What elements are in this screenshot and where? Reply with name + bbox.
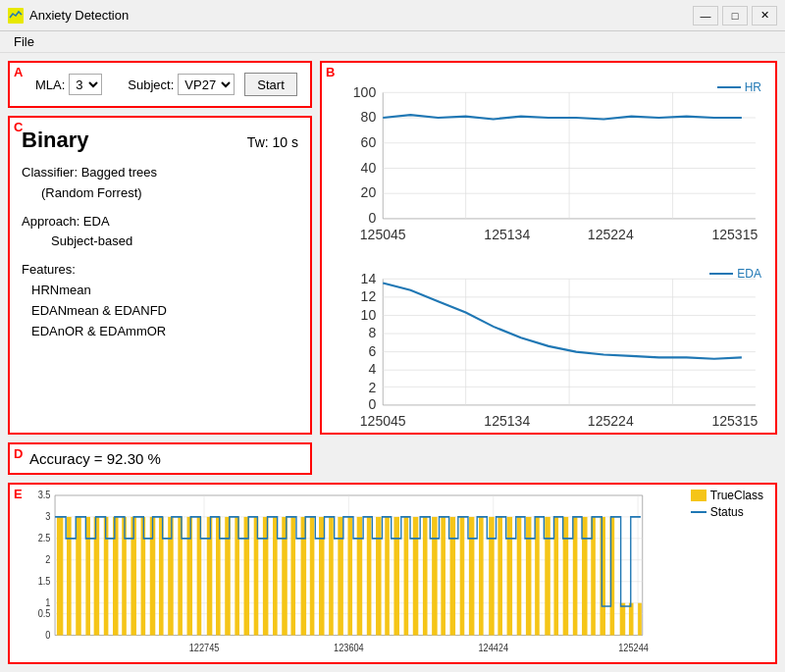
- svg-rect-112: [441, 517, 445, 636]
- svg-rect-110: [423, 517, 428, 636]
- svg-text:100: 100: [353, 83, 377, 99]
- svg-rect-117: [489, 517, 495, 636]
- main-content: A MLA: 3 1 2 4 5 Subject: VP27 VP01 VP10…: [0, 53, 785, 672]
- svg-text:125224: 125224: [588, 413, 634, 429]
- classifier-info: Classifier: Bagged trees (Random Forrest…: [22, 163, 298, 204]
- svg-text:0: 0: [368, 210, 376, 226]
- svg-text:3: 3: [45, 510, 50, 522]
- close-button[interactable]: ✕: [752, 6, 777, 26]
- hr-chart: HR 100 80 60 40 20: [328, 78, 769, 261]
- panel-c-label: C: [14, 120, 23, 134]
- panel-a-label: A: [14, 65, 23, 79]
- svg-rect-107: [393, 517, 399, 636]
- svg-text:0: 0: [368, 396, 376, 412]
- hr-line-icon: [717, 86, 741, 88]
- mla-select[interactable]: 3 1 2 4 5: [69, 74, 102, 95]
- window-controls: — □ ✕: [693, 6, 777, 26]
- svg-text:1.5: 1.5: [38, 575, 51, 587]
- panel-b-label: B: [326, 65, 335, 79]
- svg-text:0.5: 0.5: [38, 607, 51, 619]
- minimize-button[interactable]: —: [693, 6, 718, 26]
- svg-rect-125: [563, 517, 569, 636]
- svg-rect-102: [347, 517, 352, 636]
- panel-c-header: Binary Tw: 10 s: [22, 128, 298, 153]
- svg-rect-83: [168, 517, 174, 636]
- svg-text:125244: 125244: [618, 642, 649, 653]
- file-menu[interactable]: File: [6, 32, 42, 51]
- eda-chart-legend: EDA: [709, 267, 761, 281]
- tw-label: Tw: 10 s: [247, 134, 298, 150]
- subject-select[interactable]: VP27 VP01 VP10 VP20 VP30: [178, 74, 235, 95]
- feature-3: EDAnOR & EDAmmOR: [22, 322, 298, 342]
- hr-chart-legend: HR: [717, 80, 761, 94]
- hr-chart-svg: 100 80 60 40 20 0 125045 125134 125224 1…: [328, 78, 769, 261]
- status-legend: Status: [691, 505, 763, 519]
- svg-text:10: 10: [361, 306, 377, 322]
- approach-info: Approach: EDA Subject-based: [22, 212, 298, 253]
- window-title: Anxiety Detection: [29, 8, 693, 23]
- svg-rect-133: [638, 603, 642, 636]
- svg-rect-116: [479, 517, 484, 636]
- svg-rect-104: [367, 517, 372, 636]
- svg-text:12: 12: [361, 288, 377, 304]
- svg-rect-77: [113, 517, 119, 636]
- panel-d: D Accuracy = 92.30 %: [8, 442, 312, 475]
- svg-rect-99: [319, 517, 325, 636]
- panel-e: E TrueClass Status: [8, 483, 777, 664]
- svg-rect-111: [432, 517, 438, 636]
- svg-rect-115: [469, 517, 475, 636]
- svg-text:125045: 125045: [360, 413, 406, 429]
- panel-a: A MLA: 3 1 2 4 5 Subject: VP27 VP01 VP10…: [8, 61, 312, 108]
- mla-control: MLA: 3 1 2 4 5: [35, 74, 102, 95]
- svg-text:125134: 125134: [484, 227, 530, 242]
- eda-chart: EDA 14 12 10: [328, 265, 769, 447]
- svg-rect-71: [57, 517, 63, 636]
- svg-text:123604: 123604: [334, 642, 364, 653]
- panel-e-svg: 3.5 3 2.5 2 1.5 1 0.5 0 122745 123604 12…: [10, 485, 697, 662]
- svg-text:40: 40: [361, 160, 377, 176]
- svg-rect-129: [600, 517, 605, 636]
- svg-rect-132: [629, 603, 634, 636]
- features-info: Features: HRNmean EDANmean & EDANFD EDAn…: [22, 260, 298, 341]
- svg-rect-98: [310, 517, 315, 636]
- svg-text:2.5: 2.5: [38, 532, 51, 543]
- subject-label: Subject:: [128, 78, 174, 92]
- mla-label: MLA:: [35, 78, 65, 92]
- panel-d-label: D: [14, 446, 23, 461]
- approach-label: Approach: EDA: [22, 214, 110, 229]
- svg-text:20: 20: [361, 184, 377, 200]
- svg-rect-127: [582, 517, 588, 636]
- svg-text:80: 80: [361, 109, 377, 125]
- svg-rect-109: [413, 517, 419, 636]
- svg-rect-108: [404, 517, 409, 636]
- svg-text:8: 8: [368, 325, 376, 340]
- status-label: Status: [710, 505, 744, 519]
- svg-rect-106: [385, 517, 390, 636]
- panel-e-legend: TrueClass Status: [691, 489, 763, 519]
- features-label: Features:: [22, 262, 76, 277]
- classifier-sub: (Random Forrest): [22, 185, 142, 200]
- svg-text:125315: 125315: [711, 413, 758, 429]
- eda-line-icon: [709, 273, 733, 275]
- svg-rect-85: [187, 517, 193, 636]
- svg-rect-103: [357, 517, 363, 636]
- svg-rect-101: [338, 517, 343, 636]
- svg-text:4: 4: [368, 361, 376, 377]
- svg-rect-114: [460, 517, 465, 636]
- svg-text:2: 2: [45, 553, 50, 565]
- eda-chart-title: EDA: [737, 267, 761, 281]
- maximize-button[interactable]: □: [722, 6, 748, 26]
- svg-text:3.5: 3.5: [38, 490, 51, 501]
- feature-1: HRNmean: [22, 281, 298, 301]
- subject-control: Subject: VP27 VP01 VP10 VP20 VP30: [128, 74, 235, 95]
- accuracy-text: Accuracy = 92.30 %: [29, 450, 161, 467]
- feature-2: EDANmean & EDANFD: [22, 301, 298, 322]
- binary-title: Binary: [22, 128, 88, 153]
- svg-rect-75: [94, 517, 100, 636]
- svg-rect-123: [545, 517, 550, 636]
- start-button[interactable]: Start: [244, 73, 296, 96]
- classifier-label: Classifier: Bagged trees: [22, 165, 157, 180]
- app-icon: [8, 8, 24, 24]
- menu-bar: File: [0, 31, 785, 53]
- svg-text:2: 2: [368, 380, 376, 395]
